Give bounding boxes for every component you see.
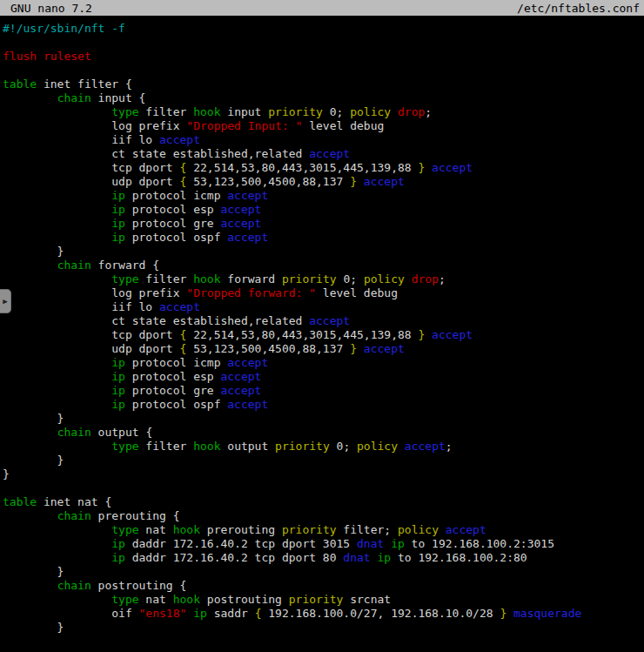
code-segment: type [111, 105, 138, 118]
code-segment: drop [398, 105, 425, 118]
code-segment [439, 523, 446, 536]
code-segment: dnat [357, 537, 384, 550]
chevron-right-icon: ▶ [3, 297, 7, 306]
code-segment: hook [173, 593, 200, 606]
code-segment: ip [377, 551, 391, 564]
code-line: udp dport { 53,123,500,4500,88,137 } acc… [3, 175, 644, 189]
code-segment: accept [220, 370, 261, 383]
code-segment [3, 440, 111, 453]
code-segment: filter; [337, 523, 398, 536]
code-line: ip protocol gre accept [3, 217, 644, 231]
code-segment [384, 537, 391, 550]
code-line: ip protocol esp accept [3, 370, 644, 384]
code-line: type filter hook forward priority 0; pol… [3, 272, 644, 286]
code-segment: type [111, 440, 138, 453]
code-segment [425, 328, 432, 341]
code-segment: log prefix [3, 119, 186, 132]
code-segment: inet nat { [37, 495, 111, 508]
code-line: log prefix "Dropped forward: " level deb… [3, 286, 644, 300]
code-segment: nat [139, 593, 173, 606]
code-segment: level debug [316, 286, 398, 299]
code-segment: log prefix [3, 286, 186, 299]
editor-text-area[interactable]: #!/usr/sbin/nft -f flush ruleset table i… [0, 16, 644, 635]
code-segment: udp dport [3, 342, 180, 355]
code-segment: filter [139, 105, 194, 118]
code-segment: accept [220, 384, 261, 397]
code-segment: 53,123,500,4500,88,137 [186, 342, 350, 355]
code-segment [391, 105, 398, 118]
code-segment: accept [220, 217, 261, 230]
code-segment: policy [350, 105, 391, 118]
code-segment: accept [432, 161, 473, 174]
code-line [3, 64, 644, 77]
code-segment: } [3, 412, 64, 425]
code-segment: 53,123,500,4500,88,137 [186, 175, 350, 188]
code-segment: type [111, 523, 138, 536]
code-segment: priority [289, 593, 344, 606]
code-segment: hook [193, 105, 220, 118]
code-segment [3, 509, 57, 522]
code-segment: hook [173, 523, 200, 536]
code-segment: accept [159, 300, 200, 313]
code-line: chain postrouting { [3, 579, 644, 593]
code-segment [3, 551, 111, 564]
code-segment: "ens18" [139, 607, 187, 620]
code-segment: policy [398, 523, 439, 536]
code-segment: hook [193, 272, 220, 286]
code-line: } [3, 454, 644, 467]
code-segment: accept [309, 147, 350, 160]
code-line: chain input { [3, 91, 644, 105]
code-line: type nat hook prerouting priority filter… [3, 523, 644, 537]
code-segment: 0; [323, 105, 350, 118]
code-segment: "Dropped forward: " [186, 286, 316, 299]
code-segment: ct state established,related [3, 147, 309, 160]
code-segment [3, 537, 111, 550]
code-segment: prerouting { [91, 509, 180, 522]
code-segment: type [111, 593, 138, 606]
code-segment: postrouting { [91, 579, 187, 592]
code-segment: daddr 172.16.40.2 tcp dport 80 [125, 551, 343, 564]
code-segment [3, 189, 111, 202]
code-line: flush ruleset [3, 50, 644, 64]
code-segment: "Dropped Input: " [186, 119, 302, 132]
code-segment: level debug [302, 119, 384, 132]
code-segment [3, 370, 111, 383]
code-segment: table [3, 495, 37, 508]
code-segment: input { [91, 91, 146, 104]
code-segment: protocol ospf [125, 398, 227, 411]
code-segment: protocol gre [125, 384, 221, 397]
code-segment: udp dport [3, 175, 180, 188]
code-segment [3, 105, 111, 118]
code-segment: hook [193, 440, 220, 453]
code-segment: 22,514,53,80,443,3015,445,139,88 [186, 161, 418, 174]
code-line: type filter hook output priority 0; poli… [3, 440, 644, 454]
code-segment: } [3, 454, 64, 467]
code-segment [3, 523, 111, 536]
code-segment: protocol esp [125, 203, 221, 216]
code-segment: } [3, 621, 64, 634]
code-segment: #!/usr/sbin/nft -f [3, 22, 125, 35]
code-segment: iif lo [3, 300, 159, 313]
code-segment: priority [275, 440, 330, 453]
code-segment: flush ruleset [3, 50, 91, 63]
code-segment: protocol icmp [125, 189, 227, 202]
code-segment: chain [57, 91, 91, 104]
nano-titlebar: GNU nano 7.2 /etc/nftables.conf [0, 0, 644, 16]
side-panel-handle[interactable]: ▶ [0, 289, 11, 313]
code-segment: ip [111, 537, 125, 550]
code-segment: ip [111, 231, 125, 244]
code-segment [3, 259, 57, 272]
code-segment: accept [227, 356, 268, 369]
code-segment: filter [139, 440, 194, 453]
code-line: tcp dport { 22,514,53,80,443,3015,445,13… [3, 161, 644, 175]
code-segment: protocol ospf [125, 231, 227, 244]
code-segment: nat [139, 523, 173, 536]
code-segment [3, 356, 111, 369]
code-line: ip protocol ospf accept [3, 398, 644, 412]
code-segment: ip [111, 189, 125, 202]
code-segment: } [3, 467, 10, 481]
code-segment [3, 398, 111, 411]
code-segment [3, 231, 111, 244]
code-segment [357, 175, 364, 188]
code-segment: accept [446, 523, 486, 536]
